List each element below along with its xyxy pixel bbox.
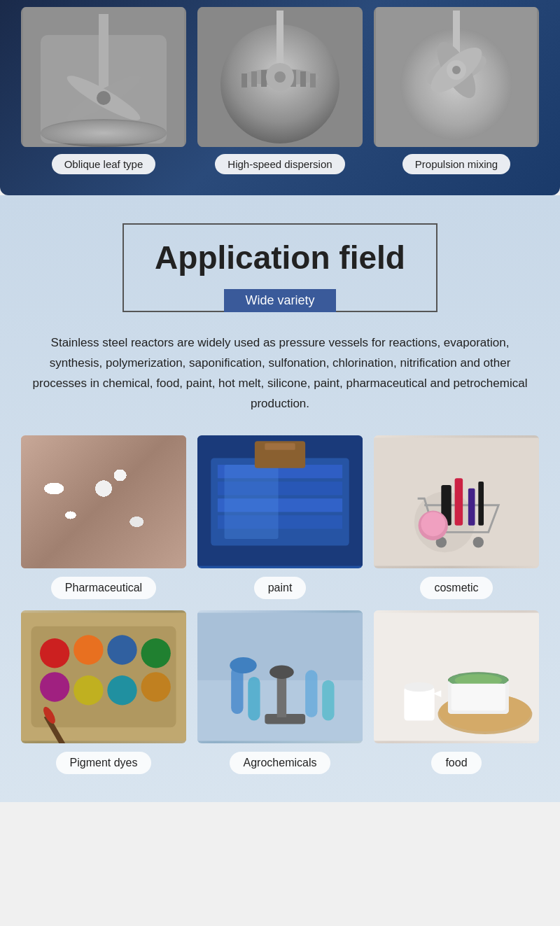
svg-rect-55 — [455, 478, 463, 525]
mixing-image-highspeed — [197, 7, 363, 147]
application-title-box: Application field Wide variety — [122, 223, 438, 312]
svg-point-65 — [141, 638, 170, 668]
app-image-pharmaceutical — [21, 435, 186, 568]
application-images-grid: Pharmaceutical — [14, 435, 546, 774]
svg-point-63 — [74, 635, 103, 664]
svg-point-34 — [53, 525, 97, 545]
svg-point-68 — [107, 675, 136, 705]
svg-rect-4 — [99, 14, 108, 98]
mixing-grid: Oblique leaf type — [21, 7, 539, 174]
svg-point-7 — [97, 91, 111, 105]
app-image-cosmetic — [374, 435, 539, 568]
mixing-image-propulsion — [374, 7, 539, 147]
app-label-food: food — [431, 752, 481, 774]
svg-point-32 — [65, 481, 112, 503]
svg-point-37 — [31, 535, 58, 549]
mixing-label-highspeed: High-speed dispersion — [215, 154, 344, 174]
svg-point-36 — [136, 529, 176, 548]
svg-rect-49 — [265, 443, 295, 450]
svg-rect-78 — [248, 677, 260, 721]
wide-variety-badge: Wide variety — [224, 289, 335, 312]
svg-rect-19 — [310, 73, 316, 87]
mixing-label-oblique: Oblique leaf type — [52, 154, 156, 174]
svg-rect-90 — [451, 683, 505, 710]
svg-point-62 — [40, 638, 69, 668]
svg-rect-80 — [322, 680, 334, 720]
app-image-agrochemicals — [197, 610, 363, 743]
svg-rect-13 — [251, 71, 257, 87]
svg-point-38 — [90, 466, 127, 484]
mixing-image-oblique — [21, 7, 186, 147]
mixing-item-highspeed: High-speed dispersion — [197, 7, 363, 174]
svg-point-67 — [74, 675, 103, 705]
svg-rect-77 — [231, 666, 243, 713]
mixing-item-propulsion: Propulsion mixing — [374, 7, 539, 174]
app-label-paint: paint — [254, 577, 307, 599]
svg-rect-79 — [305, 670, 317, 717]
svg-rect-14 — [261, 70, 267, 87]
svg-rect-91 — [404, 687, 434, 720]
svg-rect-18 — [300, 71, 306, 87]
svg-point-81 — [230, 657, 257, 673]
svg-point-53 — [473, 537, 484, 547]
svg-point-39 — [148, 467, 177, 482]
app-item-pharmaceutical: Pharmaceutical — [21, 435, 186, 599]
svg-point-76 — [270, 665, 294, 678]
app-image-pigment — [21, 610, 186, 743]
app-item-agrochemicals: Agrochemicals — [197, 610, 363, 774]
svg-point-35 — [125, 490, 159, 506]
mixing-label-propulsion: Propulsion mixing — [402, 154, 510, 174]
svg-point-21 — [274, 71, 286, 83]
app-image-food — [374, 610, 539, 743]
svg-point-33 — [106, 510, 144, 527]
svg-point-31 — [34, 503, 75, 521]
svg-rect-56 — [468, 488, 475, 525]
svg-point-29 — [452, 66, 461, 74]
application-description: Stainless steel reactors are widely used… — [28, 333, 532, 414]
app-item-cosmetic: cosmetic — [374, 435, 539, 599]
svg-rect-30 — [21, 437, 186, 566]
svg-rect-75 — [277, 673, 286, 717]
application-section: Application field Wide variety Stainless… — [0, 195, 560, 802]
svg-rect-57 — [478, 482, 484, 526]
application-title: Application field — [152, 239, 408, 288]
svg-rect-10 — [276, 10, 284, 66]
mixing-item-oblique: Oblique leaf type — [21, 7, 186, 174]
app-image-paint — [197, 435, 363, 568]
app-label-pharmaceutical: Pharmaceutical — [51, 577, 156, 599]
svg-point-92 — [404, 682, 433, 691]
svg-rect-47 — [225, 465, 279, 539]
svg-point-64 — [107, 635, 136, 664]
top-section: Oblique leaf type — [0, 0, 560, 195]
app-label-cosmetic: cosmetic — [420, 577, 492, 599]
svg-point-69 — [141, 672, 170, 701]
app-label-agrochemicals: Agrochemicals — [230, 752, 331, 774]
app-item-pigment: Pigment dyes — [21, 610, 186, 774]
app-item-food: food — [374, 610, 539, 774]
app-label-pigment: Pigment dyes — [56, 752, 152, 774]
svg-rect-12 — [241, 73, 247, 87]
svg-point-59 — [421, 512, 445, 536]
svg-point-66 — [40, 672, 69, 701]
app-item-paint: paint — [197, 435, 363, 599]
